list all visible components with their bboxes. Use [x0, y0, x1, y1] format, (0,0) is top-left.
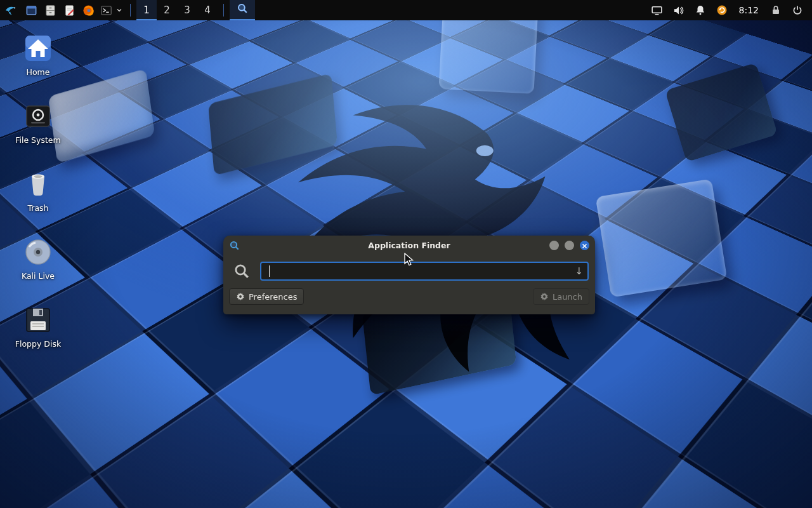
app-shortcut-editor[interactable] — [60, 0, 79, 20]
titlebar[interactable]: Application Finder — [223, 236, 595, 255]
launch-icon — [540, 292, 549, 301]
gear-icon — [236, 292, 245, 301]
workspace-button-1[interactable]: 1 — [136, 0, 157, 20]
update-status-icon — [716, 4, 728, 16]
floppy-icon — [23, 305, 53, 335]
desktop-icon-floppy-disk[interactable]: Floppy Disk — [8, 305, 69, 363]
kali-menu-button[interactable] — [0, 0, 22, 20]
search-input[interactable] — [261, 263, 587, 279]
panel-clock[interactable]: 8:12 — [734, 0, 764, 20]
app-shortcut-window[interactable] — [22, 0, 41, 20]
desktop-icon-column: Home File System Trash — [8, 33, 69, 373]
desktop-icon-kali-live[interactable]: Kali Live — [8, 237, 69, 295]
window-title: Application Finder — [223, 241, 595, 250]
lock-icon — [770, 4, 782, 16]
desktop-icon-label: Kali Live — [22, 271, 55, 281]
firefox-icon — [82, 4, 95, 17]
app-finder-icon — [229, 240, 240, 251]
launch-button[interactable]: Launch — [533, 288, 589, 305]
application-finder-window: Application Finder ↓ — [223, 236, 595, 314]
filesystem-icon — [23, 101, 53, 131]
terminal-dropdown-button[interactable] — [114, 0, 124, 20]
workspace-button-2[interactable]: 2 — [157, 0, 177, 20]
mouse-cursor — [403, 253, 416, 267]
window-icon — [25, 4, 37, 17]
window-controls — [549, 241, 589, 250]
desktop-icon-trash[interactable]: Trash — [8, 169, 69, 227]
power-icon — [792, 4, 803, 16]
trash-icon — [23, 169, 53, 199]
search-icon — [233, 263, 250, 279]
text-editor-icon — [63, 4, 75, 17]
bell-icon — [695, 4, 706, 16]
app-shortcut-terminal[interactable] — [98, 0, 114, 20]
maximize-button[interactable] — [565, 241, 574, 250]
desktop-icon-label: File System — [15, 135, 61, 145]
workspace-button-4[interactable]: 4 — [197, 0, 218, 20]
dropdown-arrow-icon[interactable]: ↓ — [575, 267, 583, 276]
panel-separator — [223, 4, 224, 17]
notifications-button[interactable] — [691, 0, 710, 20]
workspace-label: 1 — [143, 4, 150, 16]
desktop-icon-home[interactable]: Home — [8, 33, 69, 91]
search-combo: ↓ — [260, 262, 589, 281]
speaker-icon — [672, 4, 684, 17]
preferences-label: Preferences — [249, 292, 297, 302]
app-shortcut-files[interactable] — [41, 0, 60, 20]
workspace-label: 2 — [164, 4, 170, 16]
preferences-button[interactable]: Preferences — [229, 288, 304, 305]
minimize-button[interactable] — [549, 241, 559, 250]
button-row: Preferences Launch — [223, 281, 595, 305]
home-icon — [23, 33, 53, 64]
power-button[interactable] — [788, 0, 807, 20]
file-cabinet-icon — [44, 4, 56, 17]
app-shortcut-firefox[interactable] — [79, 0, 98, 20]
volume-button[interactable] — [669, 0, 688, 20]
panel-right: 8:12 — [648, 0, 812, 20]
text-caret — [269, 265, 270, 277]
panel-separator — [130, 4, 131, 17]
workspace-label: 3 — [184, 4, 190, 16]
chevron-down-icon — [116, 7, 122, 13]
lock-button[interactable] — [766, 0, 785, 20]
desktop-icon-label: Home — [27, 67, 50, 77]
close-button[interactable] — [580, 241, 589, 250]
top-panel: 1 2 3 4 — [0, 0, 812, 20]
desktop-icon-label: Trash — [27, 203, 48, 213]
magnifier-icon — [237, 3, 248, 17]
close-icon — [582, 239, 587, 251]
status-button[interactable] — [712, 0, 731, 20]
desktop-icon-label: Floppy Disk — [15, 339, 61, 349]
workspace-button-3[interactable]: 3 — [177, 0, 197, 20]
display-icon — [651, 4, 663, 17]
launch-label: Launch — [553, 292, 582, 302]
taskbar-application-finder-button[interactable] — [230, 0, 255, 20]
display-button[interactable] — [648, 0, 667, 20]
kali-logo-icon — [4, 4, 17, 17]
cd-icon — [23, 237, 53, 267]
terminal-icon — [100, 4, 112, 17]
clock-text: 8:12 — [739, 5, 759, 15]
desktop-icon-file-system[interactable]: File System — [8, 101, 69, 159]
workspace-label: 4 — [204, 4, 211, 16]
panel-left: 1 2 3 4 — [0, 0, 255, 20]
